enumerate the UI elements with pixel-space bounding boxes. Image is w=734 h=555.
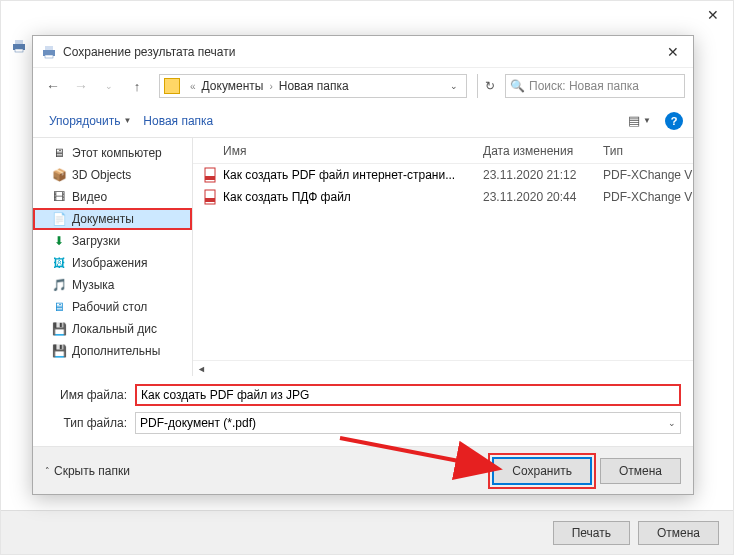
col-date[interactable]: Дата изменения [483,144,603,158]
disk-icon: 💾 [51,321,67,337]
folder-icon [164,78,180,94]
dialog-title: Сохранение результата печати [63,45,661,59]
dialog-titlebar: Сохранение результата печати ✕ [33,36,693,68]
breadcrumb-seg-2[interactable]: Новая папка [277,79,351,93]
file-date: 23.11.2020 20:44 [483,190,603,204]
download-icon: ⬇ [51,233,67,249]
chevron-down-icon: ▼ [123,116,131,125]
cube-icon: 📦 [51,167,67,183]
file-list[interactable]: Как создать PDF файл интернет-страни... … [193,164,693,360]
pc-icon: 🖥 [51,145,67,161]
chevron-down-icon: ▼ [643,116,651,125]
search-placeholder: Поиск: Новая папка [529,79,639,93]
back-button[interactable]: ← [41,74,65,98]
help-button[interactable]: ? [665,112,683,130]
file-list-pane: Имя Дата изменения Тип Как создать PDF ф… [193,138,693,376]
svg-rect-1 [15,40,23,44]
chevron-down-icon: ⌄ [668,418,676,428]
toolbar: Упорядочить▼ Новая папка ▤▼ ? [33,104,693,138]
nav-tree: 🖥Этот компьютер 📦3D Objects 🎞Видео 📄Доку… [33,138,193,376]
tree-extra-disk[interactable]: 💾Дополнительны [33,340,192,362]
svg-rect-5 [45,55,53,58]
form-area: Имя файла: Тип файла: PDF-документ (*.pd… [33,376,693,440]
tree-downloads[interactable]: ⬇Загрузки [33,230,192,252]
parent-footer: Печать Отмена [1,510,733,554]
col-name[interactable]: Имя [223,144,483,158]
address-dropdown-icon[interactable]: ⌄ [446,81,462,91]
printer-icon [11,39,27,53]
forward-button[interactable]: → [69,74,93,98]
hide-folders-button[interactable]: ˄Скрыть папки [45,464,130,478]
parent-cancel-button[interactable]: Отмена [638,521,719,545]
svg-rect-9 [205,198,215,202]
file-name: Как создать PDF файл интернет-страни... [223,168,483,182]
chevron-left-icon: « [186,81,200,92]
file-type: PDF-XChange V [603,190,693,204]
file-date: 23.11.2020 21:12 [483,168,603,182]
search-icon: 🔍 [510,79,525,93]
tree-desktop[interactable]: 🖥Рабочий стол [33,296,192,318]
tree-images[interactable]: 🖼Изображения [33,252,192,274]
svg-rect-2 [15,49,23,52]
tree-music[interactable]: 🎵Музыка [33,274,192,296]
horizontal-scrollbar[interactable]: ◄ [193,360,693,376]
file-row[interactable]: Как создать PDF файл интернет-страни... … [193,164,693,186]
chevron-right-icon: › [265,81,276,92]
music-icon: 🎵 [51,277,67,293]
tree-this-pc[interactable]: 🖥Этот компьютер [33,142,192,164]
pdf-file-icon [203,189,219,205]
chevron-up-icon: ˄ [45,466,50,476]
dialog-footer: ˄Скрыть папки Сохранить Отмена [33,446,693,494]
close-icon[interactable]: ✕ [661,44,685,60]
file-name: Как создать ПДФ файл [223,190,483,204]
cancel-button[interactable]: Отмена [600,458,681,484]
view-icon: ▤ [628,113,640,128]
filename-input[interactable] [135,384,681,406]
refresh-button[interactable]: ↻ [477,74,501,98]
desktop-icon: 🖥 [51,299,67,315]
filetype-label: Тип файла: [45,416,135,430]
svg-rect-4 [45,46,53,50]
recent-dropdown-icon[interactable]: ⌄ [97,74,121,98]
document-icon: 📄 [51,211,67,227]
file-list-header: Имя Дата изменения Тип [193,138,693,164]
breadcrumb-seg-1[interactable]: Документы [200,79,266,93]
parent-close-icon[interactable]: ✕ [707,7,719,23]
filetype-value: PDF-документ (*.pdf) [140,416,256,430]
tree-documents[interactable]: 📄Документы [33,208,192,230]
video-icon: 🎞 [51,189,67,205]
tree-video[interactable]: 🎞Видео [33,186,192,208]
new-folder-button[interactable]: Новая папка [137,114,219,128]
filetype-select[interactable]: PDF-документ (*.pdf) ⌄ [135,412,681,434]
tree-3d-objects[interactable]: 📦3D Objects [33,164,192,186]
address-bar[interactable]: « Документы › Новая папка ⌄ [159,74,467,98]
filename-label: Имя файла: [45,388,135,402]
search-input[interactable]: 🔍 Поиск: Новая папка [505,74,685,98]
pdf-file-icon [203,167,219,183]
file-type: PDF-XChange V [603,168,693,182]
view-mode-button[interactable]: ▤▼ [624,113,655,128]
col-type[interactable]: Тип [603,144,693,158]
save-result-icon [41,44,57,60]
save-dialog: Сохранение результата печати ✕ ← → ⌄ ↑ «… [32,35,694,495]
parent-print-button[interactable]: Печать [553,521,630,545]
tree-local-disk[interactable]: 💾Локальный дис [33,318,192,340]
scroll-left-icon[interactable]: ◄ [193,364,210,374]
svg-rect-7 [205,176,215,180]
file-row[interactable]: Как создать ПДФ файл 23.11.2020 20:44 PD… [193,186,693,208]
save-button[interactable]: Сохранить [492,457,592,485]
organize-button[interactable]: Упорядочить▼ [43,114,137,128]
dialog-body: 🖥Этот компьютер 📦3D Objects 🎞Видео 📄Доку… [33,138,693,376]
up-button[interactable]: ↑ [125,74,149,98]
disk-icon: 💾 [51,343,67,359]
image-icon: 🖼 [51,255,67,271]
nav-bar: ← → ⌄ ↑ « Документы › Новая папка ⌄ ↻ 🔍 … [33,68,693,104]
